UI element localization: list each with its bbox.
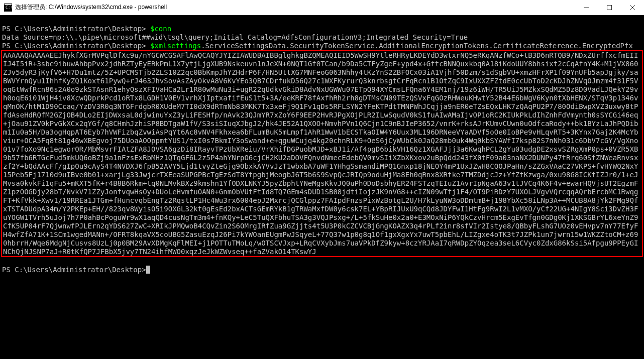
maximize-button[interactable] (598, 0, 621, 15)
svg-rect-1 (5, 4, 12, 5)
conn-variable: $conn (150, 25, 171, 33)
window-title: 选择管理员: C:\Windows\system32\cmd.exe - pow… (15, 3, 167, 12)
cursor (146, 266, 150, 274)
cmd-icon: C:\ (4, 4, 12, 12)
svg-text:C:\: C:\ (6, 6, 12, 10)
titlebar-left: C:\ 选择管理员: C:\Windows\system32\cmd.exe -… (0, 3, 167, 12)
property-chain: .ServiceSettingsData.SecurityTokenServic… (201, 42, 633, 50)
prompt-text: PS C:\Users\Administrator\Desktop> (2, 266, 146, 274)
titlebar-controls (575, 0, 644, 15)
close-button[interactable] (621, 0, 644, 15)
encrypted-pfx-output: AAAAAQAAAAAEEJhykfXGrMVPqlDfXc9u/nYGCWCG… (1, 50, 643, 257)
minimize-button[interactable] (575, 0, 598, 15)
svg-rect-4 (607, 5, 612, 10)
connection-string-output: Data Source=np:\\.\pipe\microsoft##wid\t… (2, 33, 468, 41)
prompt-text: PS C:\Users\Administrator\Desktop> (2, 42, 150, 50)
prompt-text: PS C:\Users\Administrator\Desktop> (2, 25, 150, 33)
xmlsettings-variable: $xmlsettings (150, 42, 201, 50)
terminal-area[interactable]: PS C:\Users\Administrator\Desktop> $conn… (0, 15, 644, 359)
prompt-line-1: PS C:\Users\Administrator\Desktop> $conn (2, 25, 171, 33)
prompt-line-3: PS C:\Users\Administrator\Desktop> (2, 266, 150, 274)
prompt-line-2: PS C:\Users\Administrator\Desktop> $xmls… (2, 42, 633, 50)
titlebar: C:\ 选择管理员: C:\Windows\system32\cmd.exe -… (0, 0, 644, 15)
